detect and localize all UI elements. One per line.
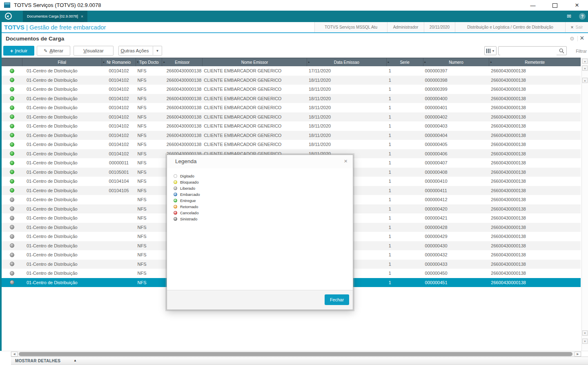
tab-documentos-carga[interactable]: Documentos Carga [02.9.0078] × (23, 11, 87, 22)
cell-romaneio: 00000011 (102, 158, 136, 168)
mostrar-detalhes-label: MOSTRAR DETALHES (15, 359, 60, 363)
cell-numero: 000000398 (423, 76, 490, 85)
column-header-status[interactable] (2, 58, 22, 66)
status-green-icon (10, 179, 14, 184)
table-row[interactable]: 01-Centro de Distribuição00104102NFS2660… (2, 85, 581, 94)
scroll-down-icon[interactable]: ▼ (582, 339, 588, 344)
scroll-down-icon[interactable]: ▼ (582, 330, 588, 336)
horizontal-scrollbar[interactable]: ◀ ▶ (0, 351, 588, 357)
window-close-button[interactable]: × (570, 0, 584, 11)
tab-close-icon[interactable]: × (81, 14, 83, 19)
cell-romaneio (102, 250, 136, 260)
user-name: Administrador (387, 22, 424, 32)
table-row[interactable]: 01-Centro de Distribuição00104102NFS2660… (2, 112, 581, 122)
column-config-button[interactable]: ▼ (484, 46, 497, 55)
legend-color-icon (174, 211, 177, 215)
status-green-icon (10, 114, 14, 119)
column-header-data[interactable]: ▸Data Emissao (307, 58, 387, 66)
table-row[interactable]: 01-Centro de Distribuição00104102NFS2660… (2, 140, 581, 149)
cell-serie: 1 (387, 112, 423, 122)
column-header-nome[interactable]: Nome Emissor (203, 58, 307, 66)
horizontal-scroll-thumb[interactable] (19, 352, 572, 356)
modal-body: DigitadoBloqueadoLiberadoEmbarcadoEntreg… (167, 168, 353, 290)
cell-romaneio (102, 195, 136, 204)
column-label: Remetente (525, 60, 545, 65)
cell-tipo: NFS (136, 177, 163, 186)
cell-status (2, 85, 22, 94)
vertical-scrollbar[interactable]: ▲ ▲ ▲ ▼ ▼ (581, 58, 588, 351)
cell-emissor: 26600430000138 (162, 85, 203, 94)
cell-status (2, 121, 22, 131)
scroll-right-icon[interactable]: ▶ (575, 352, 581, 357)
page-close-icon[interactable]: × (580, 34, 584, 43)
search-input[interactable] (500, 47, 557, 55)
cell-romaneio (102, 260, 136, 269)
cell-status (2, 269, 22, 278)
column-header-remetente[interactable]: ▸Remetente (489, 58, 581, 66)
column-header-serie[interactable]: ▸Serie (387, 58, 423, 66)
cell-romaneio (102, 241, 136, 251)
table-row[interactable]: 01-Centro de Distribuição00104102NFS2660… (2, 103, 581, 112)
cell-filial: 01-Centro de Distribuição (22, 76, 102, 85)
exit-close-icon: × (571, 25, 574, 30)
status-gray-icon (10, 253, 14, 257)
table-row[interactable]: 01-Centro de Distribuição00104102NFS2660… (2, 76, 581, 85)
window-maximize-button[interactable] (548, 0, 562, 11)
legend-label: Cancelado (180, 211, 198, 215)
visualizar-button[interactable]: Visualizar (74, 46, 114, 56)
scroll-up-icon[interactable]: ▲ (582, 58, 588, 64)
cell-filial: 01-Centro de Distribuição (22, 94, 102, 103)
columns-icon (486, 49, 487, 53)
exit-button[interactable]: × Sair (565, 22, 588, 32)
column-header-emissor[interactable]: ▸Emissor (162, 58, 203, 66)
search-icon[interactable] (559, 48, 564, 54)
cell-numero: 000000406 (423, 149, 490, 159)
incluir-button[interactable]: + Incluir (3, 46, 34, 56)
cell-status (2, 76, 22, 85)
table-row[interactable]: 01-Centro de Distribuição00104102NFS2660… (2, 121, 581, 131)
window-titlebar: TOTVS Serviços (TOTVS) 02.9.0078 — × (0, 0, 588, 11)
cell-serie: 1 (387, 223, 423, 232)
mostrar-detalhes-bar[interactable]: MOSTRAR DETALHES ▲ (11, 357, 588, 365)
menu-logo-icon[interactable] (5, 13, 12, 20)
modal-header: Legenda × (167, 155, 353, 169)
cell-filial: 01-Centro de Distribuição (22, 103, 102, 112)
cell-tipo: NFS (136, 168, 163, 177)
modal-close-icon[interactable]: × (344, 157, 347, 164)
alterar-button[interactable]: ✎ Alterar (37, 46, 70, 56)
scroll-up-icon[interactable]: ▲ (582, 78, 588, 83)
scroll-up-icon[interactable]: ▲ (582, 65, 588, 71)
legend-label: Digitado (180, 174, 194, 178)
table-row[interactable]: 01-Centro de Distribuição00104102NFS2660… (2, 94, 581, 103)
cell-remetente: 26600430000138 (489, 213, 581, 223)
caret-down-icon[interactable]: ▼ (153, 46, 162, 56)
search-box (498, 46, 567, 55)
status-gray-icon (10, 216, 14, 220)
window-minimize-button[interactable]: — (526, 0, 540, 11)
organization-name: Distribuição e Logística / Centro de Dis… (455, 22, 565, 32)
modal-title: Legenda (175, 158, 197, 164)
table-row[interactable]: 01-Centro de Distribuição00104102NFS2660… (2, 66, 581, 76)
legend-color-icon (174, 217, 177, 221)
column-header-tipo[interactable]: ▾Tipo Docto (136, 58, 163, 66)
cell-emissor: 26600430000138 (162, 131, 203, 140)
filtrar-label[interactable]: Filtrar (571, 49, 587, 54)
tab-bar: Documentos Carga [02.9.0078] × ✉ ? (0, 11, 588, 22)
fechar-button[interactable]: Fechar (325, 294, 349, 305)
outras-acoes-button[interactable]: Outras Ações ▼ (118, 46, 162, 56)
cell-tipo: NFS (136, 66, 163, 76)
cell-status (2, 140, 22, 149)
mail-icon[interactable]: ✉ (567, 13, 571, 19)
cell-numero: 000000412 (423, 195, 490, 204)
column-header-filial[interactable]: Filial (22, 58, 102, 66)
table-row[interactable]: 01-Centro de Distribuição00104102NFS2660… (2, 131, 581, 140)
scroll-left-icon[interactable]: ◀ (11, 352, 18, 357)
column-header-romaneio[interactable]: ▸Nr Romaneio (102, 58, 136, 66)
cell-numero: 000000411 (423, 186, 490, 195)
cell-emissor: 26600430000138 (162, 94, 203, 103)
cell-tipo: NFS (136, 213, 163, 223)
column-header-numero[interactable]: ▸Numero (423, 58, 490, 66)
help-icon[interactable]: ? (579, 13, 586, 20)
gear-icon[interactable]: ⚙ (570, 36, 575, 42)
cell-emissor: 26600430000138 (162, 121, 203, 131)
